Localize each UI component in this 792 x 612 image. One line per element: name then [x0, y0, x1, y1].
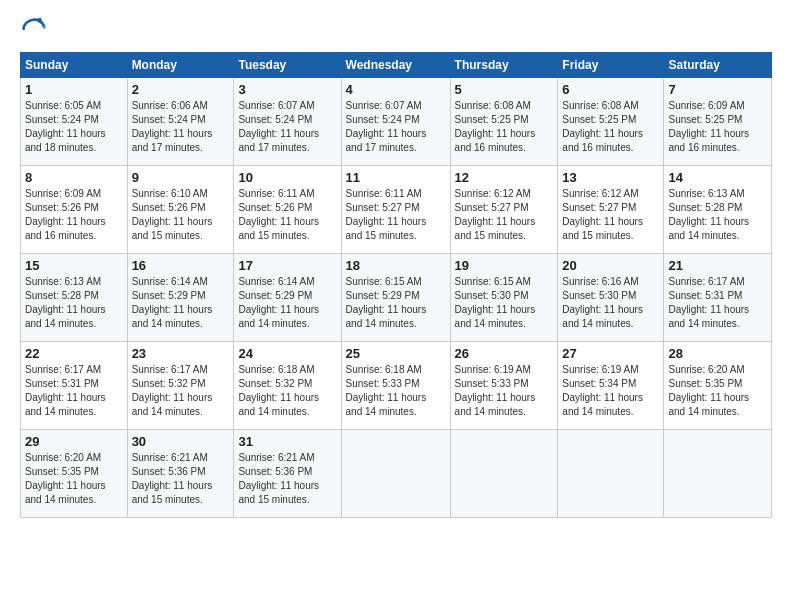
day-number: 2 — [132, 82, 230, 97]
day-info: Sunrise: 6:10 AM Sunset: 5:26 PM Dayligh… — [132, 187, 230, 243]
day-number: 30 — [132, 434, 230, 449]
day-info: Sunrise: 6:18 AM Sunset: 5:33 PM Dayligh… — [346, 363, 446, 419]
calendar-cell: 6 Sunrise: 6:08 AM Sunset: 5:25 PM Dayli… — [558, 78, 664, 166]
day-info: Sunrise: 6:15 AM Sunset: 5:30 PM Dayligh… — [455, 275, 554, 331]
day-number: 11 — [346, 170, 446, 185]
weekday-header-sunday: Sunday — [21, 53, 128, 78]
calendar-cell: 12 Sunrise: 6:12 AM Sunset: 5:27 PM Dayl… — [450, 166, 558, 254]
day-number: 10 — [238, 170, 336, 185]
day-number: 24 — [238, 346, 336, 361]
day-number: 26 — [455, 346, 554, 361]
day-number: 25 — [346, 346, 446, 361]
calendar-cell: 25 Sunrise: 6:18 AM Sunset: 5:33 PM Dayl… — [341, 342, 450, 430]
day-number: 14 — [668, 170, 767, 185]
day-number: 16 — [132, 258, 230, 273]
day-info: Sunrise: 6:13 AM Sunset: 5:28 PM Dayligh… — [25, 275, 123, 331]
day-number: 23 — [132, 346, 230, 361]
calendar-cell: 13 Sunrise: 6:12 AM Sunset: 5:27 PM Dayl… — [558, 166, 664, 254]
calendar-cell: 5 Sunrise: 6:08 AM Sunset: 5:25 PM Dayli… — [450, 78, 558, 166]
day-info: Sunrise: 6:09 AM Sunset: 5:26 PM Dayligh… — [25, 187, 123, 243]
weekday-header-tuesday: Tuesday — [234, 53, 341, 78]
calendar-week-3: 15 Sunrise: 6:13 AM Sunset: 5:28 PM Dayl… — [21, 254, 772, 342]
day-info: Sunrise: 6:19 AM Sunset: 5:33 PM Dayligh… — [455, 363, 554, 419]
calendar-week-4: 22 Sunrise: 6:17 AM Sunset: 5:31 PM Dayl… — [21, 342, 772, 430]
calendar-cell: 30 Sunrise: 6:21 AM Sunset: 5:36 PM Dayl… — [127, 430, 234, 518]
page: SundayMondayTuesdayWednesdayThursdayFrid… — [0, 0, 792, 528]
day-info: Sunrise: 6:07 AM Sunset: 5:24 PM Dayligh… — [346, 99, 446, 155]
day-number: 12 — [455, 170, 554, 185]
calendar-cell: 14 Sunrise: 6:13 AM Sunset: 5:28 PM Dayl… — [664, 166, 772, 254]
calendar-cell: 26 Sunrise: 6:19 AM Sunset: 5:33 PM Dayl… — [450, 342, 558, 430]
calendar-week-2: 8 Sunrise: 6:09 AM Sunset: 5:26 PM Dayli… — [21, 166, 772, 254]
calendar-cell: 7 Sunrise: 6:09 AM Sunset: 5:25 PM Dayli… — [664, 78, 772, 166]
weekday-header-saturday: Saturday — [664, 53, 772, 78]
calendar-cell: 29 Sunrise: 6:20 AM Sunset: 5:35 PM Dayl… — [21, 430, 128, 518]
day-number: 21 — [668, 258, 767, 273]
day-number: 9 — [132, 170, 230, 185]
calendar-cell: 17 Sunrise: 6:14 AM Sunset: 5:29 PM Dayl… — [234, 254, 341, 342]
calendar-cell: 9 Sunrise: 6:10 AM Sunset: 5:26 PM Dayli… — [127, 166, 234, 254]
day-number: 31 — [238, 434, 336, 449]
day-info: Sunrise: 6:21 AM Sunset: 5:36 PM Dayligh… — [238, 451, 336, 507]
day-info: Sunrise: 6:20 AM Sunset: 5:35 PM Dayligh… — [25, 451, 123, 507]
calendar-cell: 24 Sunrise: 6:18 AM Sunset: 5:32 PM Dayl… — [234, 342, 341, 430]
day-number: 18 — [346, 258, 446, 273]
day-info: Sunrise: 6:08 AM Sunset: 5:25 PM Dayligh… — [562, 99, 659, 155]
day-number: 19 — [455, 258, 554, 273]
day-number: 4 — [346, 82, 446, 97]
day-number: 15 — [25, 258, 123, 273]
day-number: 22 — [25, 346, 123, 361]
day-info: Sunrise: 6:12 AM Sunset: 5:27 PM Dayligh… — [455, 187, 554, 243]
day-info: Sunrise: 6:06 AM Sunset: 5:24 PM Dayligh… — [132, 99, 230, 155]
calendar-cell: 3 Sunrise: 6:07 AM Sunset: 5:24 PM Dayli… — [234, 78, 341, 166]
day-info: Sunrise: 6:21 AM Sunset: 5:36 PM Dayligh… — [132, 451, 230, 507]
day-info: Sunrise: 6:13 AM Sunset: 5:28 PM Dayligh… — [668, 187, 767, 243]
calendar-cell: 23 Sunrise: 6:17 AM Sunset: 5:32 PM Dayl… — [127, 342, 234, 430]
calendar-cell — [450, 430, 558, 518]
calendar-cell: 8 Sunrise: 6:09 AM Sunset: 5:26 PM Dayli… — [21, 166, 128, 254]
day-number: 28 — [668, 346, 767, 361]
calendar-cell: 4 Sunrise: 6:07 AM Sunset: 5:24 PM Dayli… — [341, 78, 450, 166]
day-info: Sunrise: 6:08 AM Sunset: 5:25 PM Dayligh… — [455, 99, 554, 155]
calendar-cell: 22 Sunrise: 6:17 AM Sunset: 5:31 PM Dayl… — [21, 342, 128, 430]
day-info: Sunrise: 6:09 AM Sunset: 5:25 PM Dayligh… — [668, 99, 767, 155]
calendar-cell: 10 Sunrise: 6:11 AM Sunset: 5:26 PM Dayl… — [234, 166, 341, 254]
day-number: 8 — [25, 170, 123, 185]
header — [20, 16, 772, 44]
day-number: 29 — [25, 434, 123, 449]
calendar-week-1: 1 Sunrise: 6:05 AM Sunset: 5:24 PM Dayli… — [21, 78, 772, 166]
calendar-cell: 31 Sunrise: 6:21 AM Sunset: 5:36 PM Dayl… — [234, 430, 341, 518]
day-info: Sunrise: 6:12 AM Sunset: 5:27 PM Dayligh… — [562, 187, 659, 243]
day-info: Sunrise: 6:11 AM Sunset: 5:26 PM Dayligh… — [238, 187, 336, 243]
day-number: 5 — [455, 82, 554, 97]
day-number: 27 — [562, 346, 659, 361]
logo-icon — [20, 16, 48, 44]
calendar-cell: 16 Sunrise: 6:14 AM Sunset: 5:29 PM Dayl… — [127, 254, 234, 342]
calendar-cell: 20 Sunrise: 6:16 AM Sunset: 5:30 PM Dayl… — [558, 254, 664, 342]
day-number: 20 — [562, 258, 659, 273]
calendar-header-row: SundayMondayTuesdayWednesdayThursdayFrid… — [21, 53, 772, 78]
day-info: Sunrise: 6:15 AM Sunset: 5:29 PM Dayligh… — [346, 275, 446, 331]
day-number: 13 — [562, 170, 659, 185]
calendar-cell — [341, 430, 450, 518]
calendar-table: SundayMondayTuesdayWednesdayThursdayFrid… — [20, 52, 772, 518]
weekday-header-thursday: Thursday — [450, 53, 558, 78]
logo — [20, 16, 52, 44]
calendar-cell: 18 Sunrise: 6:15 AM Sunset: 5:29 PM Dayl… — [341, 254, 450, 342]
day-info: Sunrise: 6:14 AM Sunset: 5:29 PM Dayligh… — [132, 275, 230, 331]
calendar-cell — [664, 430, 772, 518]
day-info: Sunrise: 6:18 AM Sunset: 5:32 PM Dayligh… — [238, 363, 336, 419]
day-info: Sunrise: 6:17 AM Sunset: 5:32 PM Dayligh… — [132, 363, 230, 419]
calendar-cell: 28 Sunrise: 6:20 AM Sunset: 5:35 PM Dayl… — [664, 342, 772, 430]
day-info: Sunrise: 6:05 AM Sunset: 5:24 PM Dayligh… — [25, 99, 123, 155]
calendar-cell: 27 Sunrise: 6:19 AM Sunset: 5:34 PM Dayl… — [558, 342, 664, 430]
day-info: Sunrise: 6:14 AM Sunset: 5:29 PM Dayligh… — [238, 275, 336, 331]
day-info: Sunrise: 6:20 AM Sunset: 5:35 PM Dayligh… — [668, 363, 767, 419]
day-info: Sunrise: 6:19 AM Sunset: 5:34 PM Dayligh… — [562, 363, 659, 419]
day-info: Sunrise: 6:07 AM Sunset: 5:24 PM Dayligh… — [238, 99, 336, 155]
day-number: 7 — [668, 82, 767, 97]
calendar-cell: 19 Sunrise: 6:15 AM Sunset: 5:30 PM Dayl… — [450, 254, 558, 342]
day-number: 3 — [238, 82, 336, 97]
weekday-header-friday: Friday — [558, 53, 664, 78]
calendar-cell: 1 Sunrise: 6:05 AM Sunset: 5:24 PM Dayli… — [21, 78, 128, 166]
